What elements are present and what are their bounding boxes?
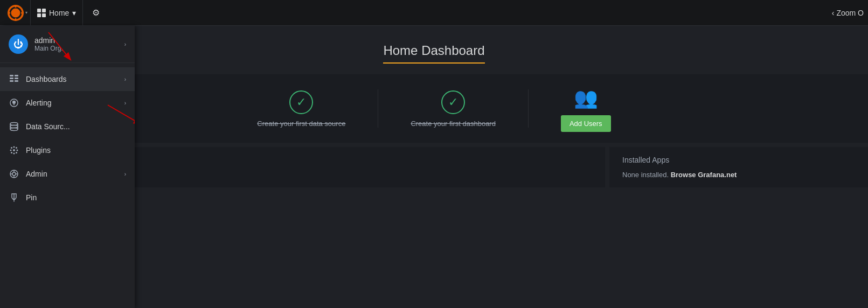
- avatar: ⏻: [9, 34, 28, 54]
- alerting-arrow: ›: [124, 100, 126, 106]
- sidebar-item-plugins[interactable]: Plugins: [0, 138, 135, 162]
- installed-apps-none-text: None installed. Browse Grafana.net: [622, 171, 855, 179]
- step-dashboard: ✓ Create your first dashboard: [378, 89, 529, 128]
- svg-point-29: [12, 172, 16, 176]
- sidebar-item-dashboards[interactable]: Dashboards ›: [0, 67, 135, 91]
- sidebar-item-plugins-label: Plugins: [26, 146, 126, 155]
- svg-rect-14: [13, 103, 15, 104]
- user-section[interactable]: ⏻ admin Main Org. ›: [0, 26, 135, 63]
- sidebar: ⏻ admin Main Org. › Dashboards ›: [0, 26, 135, 308]
- user-info: admin Main Org.: [34, 36, 118, 52]
- pin-icon: [9, 192, 19, 203]
- checkmark-datasource-icon: ✓: [296, 95, 306, 109]
- svg-rect-10: [15, 75, 18, 76]
- gear-icon: ⚙: [92, 8, 100, 18]
- svg-rect-7: [10, 75, 13, 76]
- svg-rect-12: [15, 80, 18, 82]
- svg-rect-9: [10, 80, 13, 82]
- svg-point-27: [11, 152, 12, 153]
- home-button[interactable]: Home ▾: [30, 0, 83, 26]
- sidebar-item-dashboards-label: Dashboards: [26, 75, 118, 83]
- svg-point-24: [11, 147, 12, 149]
- admin-arrow: ›: [124, 171, 126, 177]
- sidebar-item-datasources-label: Data Sourc...: [26, 122, 126, 131]
- plugins-icon: [9, 145, 19, 156]
- nav-right: ‹ Zoom O: [832, 9, 864, 17]
- svg-point-2: [13, 11, 18, 15]
- page-title: Home Dashboard: [383, 43, 484, 64]
- admin-icon: [9, 169, 19, 179]
- svg-point-25: [16, 152, 17, 153]
- logo-button[interactable]: ▾: [4, 0, 30, 26]
- none-installed-text: None installed.: [622, 171, 669, 179]
- step-users: 👥 Add Users: [529, 85, 643, 132]
- svg-point-26: [16, 147, 17, 149]
- step-datasource-label: Create your first data source: [257, 120, 345, 128]
- users-icon: 👥: [574, 87, 598, 109]
- step-datasource: ✓ Create your first data source: [225, 89, 378, 128]
- nav-left: ▾ Home ▾ ⚙: [4, 0, 109, 26]
- svg-point-18: [10, 128, 18, 131]
- svg-rect-8: [10, 78, 13, 79]
- sidebar-item-admin[interactable]: Admin ›: [0, 162, 135, 186]
- top-nav: ▾ Home ▾ ⚙ ‹ Zoom O: [0, 0, 868, 26]
- dashboards-arrow: ›: [124, 76, 126, 82]
- logo-dropdown-arrow: ▾: [25, 10, 27, 15]
- sidebar-item-pin[interactable]: Pin: [0, 186, 135, 209]
- svg-rect-11: [15, 78, 18, 79]
- chevron-left-icon: ‹: [832, 9, 835, 17]
- settings-button[interactable]: ⚙: [83, 0, 109, 26]
- zoom-section: ‹ Zoom O: [832, 9, 864, 17]
- checkmark-dashboard-icon: ✓: [448, 95, 458, 109]
- check-circle-datasource: ✓: [289, 90, 313, 114]
- user-org: Main Org.: [34, 45, 118, 52]
- home-icon: [37, 9, 46, 17]
- zoom-label: Zoom O: [836, 9, 864, 17]
- sidebar-item-admin-label: Admin: [26, 170, 118, 178]
- sidebar-item-pin-label: Pin: [26, 193, 126, 202]
- datasources-icon: [9, 121, 19, 132]
- dashboards-icon: [9, 74, 19, 85]
- user-expand-arrow: ›: [124, 41, 126, 47]
- svg-point-15: [13, 104, 15, 106]
- step-dashboard-icon: ✓: [440, 89, 466, 115]
- installed-apps-title: Installed Apps: [622, 156, 855, 164]
- browse-grafana-link[interactable]: Browse Grafana.net: [671, 171, 737, 179]
- installed-apps-panel: Installed Apps None installed. Browse Gr…: [609, 147, 868, 187]
- svg-point-23: [17, 150, 18, 151]
- sidebar-item-alerting-label: Alerting: [26, 99, 118, 107]
- svg-point-22: [10, 150, 12, 151]
- sidebar-item-datasources[interactable]: Data Sourc...: [0, 115, 135, 138]
- alerting-icon: [9, 97, 19, 108]
- svg-point-21: [13, 153, 15, 155]
- svg-point-20: [13, 146, 15, 148]
- check-circle-dashboard: ✓: [441, 90, 465, 114]
- home-dropdown-arrow: ▾: [72, 9, 76, 17]
- power-icon: ⏻: [13, 39, 23, 50]
- home-label: Home: [49, 9, 69, 17]
- step-users-icon: 👥: [573, 85, 599, 111]
- nav-items: Dashboards › Alerting ›: [0, 63, 135, 214]
- svg-point-19: [13, 149, 15, 151]
- add-users-button[interactable]: Add Users: [561, 115, 611, 132]
- step-dashboard-label: Create your first dashboard: [411, 120, 496, 128]
- step-datasource-icon: ✓: [288, 89, 314, 115]
- user-name: admin: [34, 36, 118, 45]
- sidebar-item-alerting[interactable]: Alerting ›: [0, 91, 135, 115]
